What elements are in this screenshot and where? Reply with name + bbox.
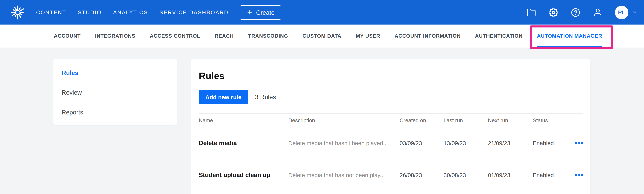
col-header-last-run: Last run xyxy=(444,117,488,123)
tab-account[interactable]: ACCOUNT xyxy=(54,25,81,48)
more-options-icon[interactable] xyxy=(574,172,584,178)
col-header-next-run: Next run xyxy=(488,117,532,123)
nav-service-dashboard[interactable]: SERVICE DASHBOARD xyxy=(160,9,229,15)
rule-description: Delete media that hasn't been played... xyxy=(288,140,400,146)
rule-status: Enabled xyxy=(533,172,574,178)
rule-created-on: 26/08/23 xyxy=(400,172,444,178)
settings-gear-icon[interactable] xyxy=(548,7,558,17)
table-row: Student upload clean up Delete media tha… xyxy=(199,159,583,191)
rules-toolbar: Add new rule 3 Rules xyxy=(199,90,583,104)
account-menu[interactable]: PL xyxy=(615,5,638,19)
rules-panel: Rules Add new rule 3 Rules Name Descript… xyxy=(192,59,590,194)
table-header-row: Name Description Created on Last run Nex… xyxy=(199,113,583,127)
sidebar-item-reports[interactable]: Reports xyxy=(53,102,177,122)
tab-access-control[interactable]: ACCESS CONTROL xyxy=(150,25,200,48)
tab-reach[interactable]: REACH xyxy=(215,25,234,48)
topbar-right-cluster: PL xyxy=(526,5,637,19)
col-header-name: Name xyxy=(199,117,288,123)
folder-icon[interactable] xyxy=(526,7,536,17)
sidebar-item-review[interactable]: Review xyxy=(53,82,177,102)
rule-next-run: 01/09/23 xyxy=(488,172,532,178)
plus-icon xyxy=(246,9,253,15)
rule-name[interactable]: Delete media xyxy=(199,140,288,146)
sidebar: Rules Review Reports xyxy=(53,59,177,125)
nav-content[interactable]: CONTENT xyxy=(36,9,66,15)
rule-name[interactable]: Student upload clean up xyxy=(199,172,288,179)
nav-studio[interactable]: STUDIO xyxy=(78,9,102,15)
rule-last-run: 13/09/23 xyxy=(444,140,488,146)
avatar[interactable]: PL xyxy=(615,5,628,19)
help-icon[interactable] xyxy=(570,7,581,17)
rule-last-run: 30/08/23 xyxy=(444,172,488,178)
tab-authentication[interactable]: AUTHENTICATION xyxy=(475,25,522,48)
top-navigation: CONTENT STUDIO ANALYTICS SERVICE DASHBOA… xyxy=(36,9,228,15)
rule-next-run: 21/09/23 xyxy=(488,140,532,146)
app-root: CONTENT STUDIO ANALYTICS SERVICE DASHBOA… xyxy=(0,0,644,194)
col-header-description: Description xyxy=(288,117,400,123)
add-new-rule-button[interactable]: Add new rule xyxy=(199,90,248,104)
chevron-down-icon xyxy=(632,9,637,15)
sidebar-item-rules[interactable]: Rules xyxy=(53,63,177,82)
rule-description: Delete media that has not been play... xyxy=(288,172,400,178)
create-button-label: Create xyxy=(256,9,275,16)
col-header-status: Status xyxy=(533,117,574,123)
content-area: Rules Review Reports Rules Add new rule … xyxy=(0,48,644,194)
create-button[interactable]: Create xyxy=(240,5,281,19)
more-options-icon[interactable] xyxy=(574,140,584,146)
tab-custom-data[interactable]: CUSTOM DATA xyxy=(302,25,341,48)
col-header-created-on: Created on xyxy=(400,117,444,123)
tab-automation-manager[interactable]: AUTOMATION MANAGER xyxy=(537,25,602,48)
topbar: CONTENT STUDIO ANALYTICS SERVICE DASHBOA… xyxy=(0,0,644,25)
settings-tabs: ACCOUNT INTEGRATIONS ACCESS CONTROL REAC… xyxy=(0,25,644,48)
tab-integrations[interactable]: INTEGRATIONS xyxy=(95,25,135,48)
tab-transcoding[interactable]: TRANSCODING xyxy=(248,25,288,48)
rule-created-on: 03/09/23 xyxy=(400,140,444,146)
user-icon[interactable] xyxy=(592,7,603,17)
page-title: Rules xyxy=(199,69,583,82)
nav-analytics[interactable]: ANALYTICS xyxy=(113,9,148,15)
rules-count: 3 Rules xyxy=(255,94,276,100)
tab-automation-manager-label: AUTOMATION MANAGER xyxy=(537,33,602,39)
rules-table: Name Description Created on Last run Nex… xyxy=(199,113,583,191)
rule-status: Enabled xyxy=(533,140,574,146)
table-row: Delete media Delete media that hasn't be… xyxy=(199,127,583,159)
tab-my-user[interactable]: MY USER xyxy=(356,25,380,48)
kaltura-logo[interactable] xyxy=(10,4,26,20)
tab-account-information[interactable]: ACCOUNT INFORMATION xyxy=(394,25,460,48)
